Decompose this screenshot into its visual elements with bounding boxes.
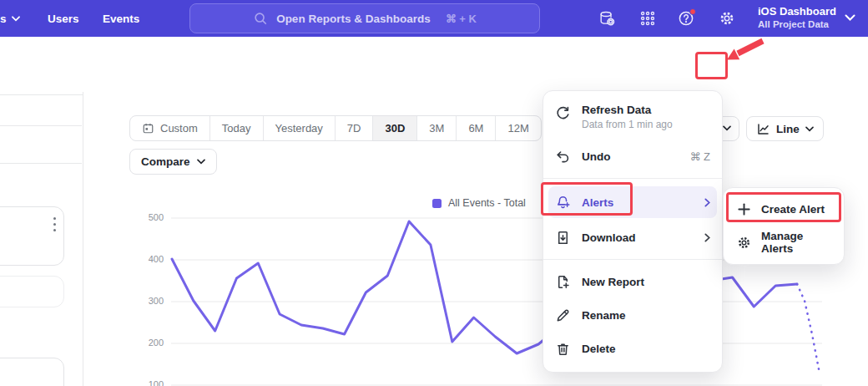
- y-axis-tick-400: 400: [140, 254, 164, 264]
- notification-dot: [689, 8, 696, 15]
- project-switcher[interactable]: iOS Dashboard All Project Data: [758, 4, 836, 31]
- calendar-icon: [142, 122, 154, 135]
- download-document-icon: [555, 230, 571, 246]
- trash-icon: [555, 341, 571, 357]
- chevron-down-icon: [723, 125, 731, 131]
- menu-divider: [543, 178, 722, 179]
- gear-icon: [737, 236, 751, 250]
- report-options-menu: Refresh Data Data from 1 min ago Undo ⌘ …: [542, 90, 723, 373]
- app-window: 500 400 300 200 100 All Events - Total C…: [0, 0, 868, 386]
- kebab-menu-icon[interactable]: [53, 217, 56, 231]
- nav-item-events[interactable]: Events: [103, 0, 139, 37]
- menu-item-download[interactable]: Download: [543, 221, 722, 254]
- nav-item-users[interactable]: Users: [48, 0, 79, 37]
- pencil-icon: [555, 307, 571, 323]
- chart-legend: All Events - Total: [432, 197, 526, 209]
- y-axis-tick-100: 100: [140, 379, 164, 386]
- alerts-submenu: Create Alert Manage Alerts: [723, 187, 845, 265]
- trend-line-projected: [797, 284, 820, 373]
- chevron-down-icon[interactable]: [845, 14, 855, 22]
- range-yesterday[interactable]: Yesterday: [264, 116, 336, 140]
- menu-item-new-report[interactable]: New Report: [543, 265, 722, 298]
- y-axis-tick-300: 300: [140, 296, 164, 306]
- range-custom[interactable]: Custom: [130, 116, 210, 140]
- undo-icon: [555, 149, 571, 165]
- menu-item-label: Download: [582, 231, 694, 244]
- help-icon[interactable]: [678, 10, 694, 27]
- chevron-down-icon: [805, 126, 814, 132]
- menu-item-label: Undo: [582, 150, 679, 163]
- report-header: [0, 37, 868, 90]
- range-6m[interactable]: 6M: [457, 116, 496, 140]
- chart-type-button[interactable]: Line: [746, 116, 824, 141]
- y-axis-tick-500: 500: [140, 212, 164, 222]
- search-icon: [253, 11, 268, 26]
- refresh-status-text: Data from 1 min ago: [582, 119, 673, 130]
- menu-item-delete[interactable]: Delete: [543, 332, 722, 365]
- data-management-icon[interactable]: [598, 10, 615, 27]
- legend-swatch: [432, 199, 442, 208]
- chevron-right-icon: [704, 233, 710, 242]
- menu-item-label: Delete: [582, 343, 710, 355]
- project-name: All Project Data: [758, 18, 836, 31]
- alert-bell-plus-icon: [555, 195, 571, 211]
- search-shortcut: ⌘ + K: [446, 13, 477, 25]
- range-today[interactable]: Today: [210, 116, 264, 140]
- apps-grid-icon[interactable]: [639, 10, 656, 27]
- menu-divider: [543, 259, 722, 260]
- dashboard-name: iOS Dashboard: [758, 4, 836, 18]
- menu-item-undo[interactable]: Undo ⌘ Z: [543, 140, 722, 173]
- range-12m[interactable]: 12M: [496, 116, 540, 140]
- menu-item-refresh-data[interactable]: Refresh Data Data from 1 min ago: [543, 96, 722, 140]
- menu-item-label: Alerts: [582, 196, 694, 209]
- search-input[interactable]: Open Reports & Dashboards ⌘ + K: [189, 3, 540, 33]
- submenu-item-label: Create Alert: [761, 203, 825, 216]
- nav-item-partial[interactable]: s: [0, 0, 20, 37]
- menu-item-label: New Report: [582, 276, 710, 288]
- top-navigation-bar: s Users Events Open Reports & Dashboards…: [0, 0, 868, 37]
- plus-icon: [737, 202, 751, 216]
- search-placeholder: Open Reports & Dashboards: [276, 13, 431, 25]
- left-panel-border: [83, 92, 83, 386]
- compare-button[interactable]: Compare: [129, 149, 217, 175]
- query-card[interactable]: [0, 206, 64, 266]
- refresh-icon: [555, 105, 571, 121]
- date-range-picker: Custom Today Yesterday 7D 30D 3M 6M 12M: [129, 115, 542, 141]
- query-card[interactable]: [0, 276, 64, 307]
- submenu-item-create-alert[interactable]: Create Alert: [729, 193, 839, 226]
- new-report-icon: [555, 274, 571, 290]
- submenu-item-manage-alerts[interactable]: Manage Alerts: [729, 226, 839, 260]
- range-30d-selected[interactable]: 30D: [373, 116, 417, 140]
- chevron-right-icon: [704, 198, 710, 207]
- submenu-item-label: Manage Alerts: [761, 230, 830, 255]
- undo-shortcut: ⌘ Z: [689, 150, 710, 163]
- chevron-down-icon: [197, 159, 205, 165]
- range-7d[interactable]: 7D: [336, 116, 374, 140]
- line-chart-icon: [756, 122, 770, 136]
- range-3m[interactable]: 3M: [417, 116, 457, 140]
- menu-item-label: Rename: [582, 309, 710, 322]
- chevron-down-icon: [12, 16, 20, 22]
- menu-item-rename[interactable]: Rename: [543, 298, 722, 332]
- query-card[interactable]: [0, 358, 64, 386]
- left-panel-top-border: [0, 94, 83, 95]
- left-panel-row-divider: [0, 163, 82, 164]
- y-axis-tick-200: 200: [140, 338, 164, 348]
- legend-label: All Events - Total: [448, 197, 526, 209]
- menu-item-alerts[interactable]: Alerts: [543, 184, 722, 221]
- left-panel-row-divider: [0, 125, 82, 126]
- gear-icon[interactable]: [719, 10, 735, 27]
- menu-item-label: Refresh Data: [582, 104, 673, 116]
